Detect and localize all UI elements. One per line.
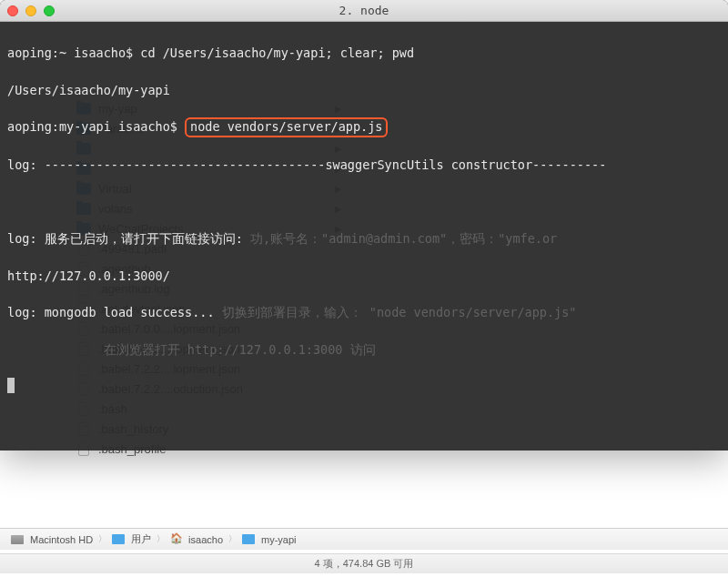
path-segment[interactable]: Macintosh HD [30, 534, 93, 545]
highlighted-command: node vendors/server/app.js [185, 117, 388, 137]
disk-icon [11, 535, 24, 544]
window-title: 2. node [0, 4, 728, 17]
terminal-line [7, 193, 721, 211]
folder-icon [242, 534, 255, 544]
command-text: cd /Users/isaacho/my-yapi; clear; pwd [140, 46, 414, 60]
prompt: aoping:~ isaacho$ [7, 46, 140, 60]
terminal-line: log: -----------------------------------… [7, 156, 721, 174]
command-text: node vendors/server/app.js [190, 119, 382, 134]
terminal-line: log: mongodb load success... 切换到部署目录，输入：… [7, 303, 721, 321]
prompt: aoping:my-yapi isaacho$ [7, 119, 185, 134]
status-bar: 4 项，474.84 GB 可用 [0, 553, 728, 573]
path-segment[interactable]: 用户 [131, 532, 151, 546]
path-bar[interactable]: Macintosh HD 〉 用户 〉 isaacho 〉 my-yapi [0, 528, 728, 550]
chevron-right-icon: 〉 [157, 533, 165, 545]
terminal-output[interactable]: aoping:~ isaacho$ cd /Users/isaacho/my-y… [0, 22, 728, 450]
output-text: log: 服务已启动，请打开下面链接访问: [7, 231, 243, 246]
terminal-line: aoping:my-yapi isaacho$ node vendors/ser… [7, 117, 721, 137]
terminal-line: /Users/isaacho/my-yapi [7, 81, 721, 99]
path-segment[interactable]: my-yapi [261, 534, 297, 545]
chevron-right-icon: 〉 [228, 533, 237, 545]
folder-icon [112, 534, 125, 544]
titlebar[interactable]: 2. node [0, 0, 728, 22]
output-text: http://127.0.0.1:3000/ [7, 268, 170, 283]
traffic-lights [7, 5, 55, 16]
close-button[interactable] [7, 5, 18, 16]
home-icon [170, 534, 182, 545]
path-segment[interactable]: isaacho [188, 534, 223, 545]
chevron-right-icon: 〉 [98, 533, 106, 545]
terminal-line: aoping:~ isaacho$ cd /Users/isaacho/my-y… [7, 44, 721, 62]
ghost-text: 功,账号名："admin@admin.com"，密码："ymfe.or [250, 231, 557, 246]
minimize-button[interactable] [25, 5, 36, 16]
output-text: /Users/isaacho/my-yapi [7, 83, 170, 97]
output-text: log: mongodb load success... [7, 305, 215, 319]
terminal-line: 在浏览器打开 http://127.0.0.1:3000 访问 [7, 340, 721, 359]
terminal-line: http://127.0.0.1:3000/ [7, 267, 721, 285]
ghost-text: 在浏览器打开 http://127.0.0.1:3000 访问 [104, 342, 376, 357]
terminal-line: log: 服务已启动，请打开下面链接访问: 功,账号名："admin@admin… [7, 229, 721, 248]
terminal-line [7, 377, 721, 395]
ghost-text: 切换到部署目录，输入： "node vendors/server/app.js" [222, 305, 577, 319]
status-text: 4 项，474.84 GB 可用 [315, 557, 414, 571]
maximize-button[interactable] [44, 5, 55, 16]
cursor [7, 378, 15, 393]
output-text: log: -----------------------------------… [7, 157, 606, 172]
terminal-window: 2. node aoping:~ isaacho$ cd /Users/isaa… [0, 0, 728, 450]
